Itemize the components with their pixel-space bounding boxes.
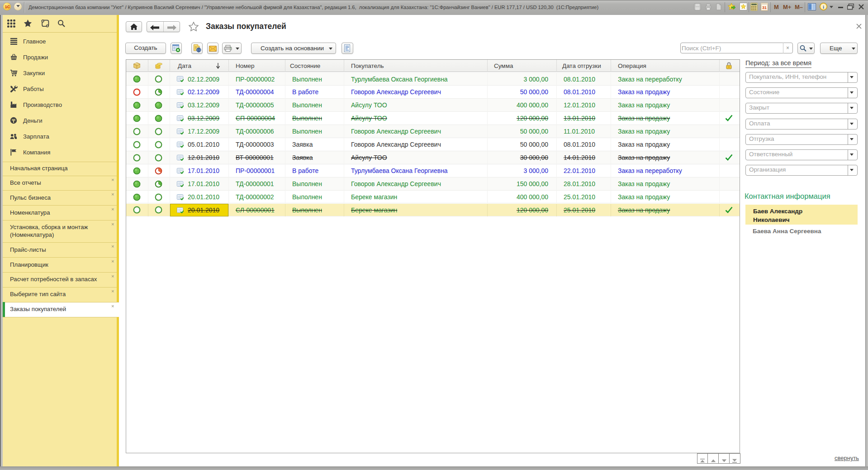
svg-text:31: 31 <box>762 5 767 10</box>
svg-text:i: i <box>823 4 824 10</box>
